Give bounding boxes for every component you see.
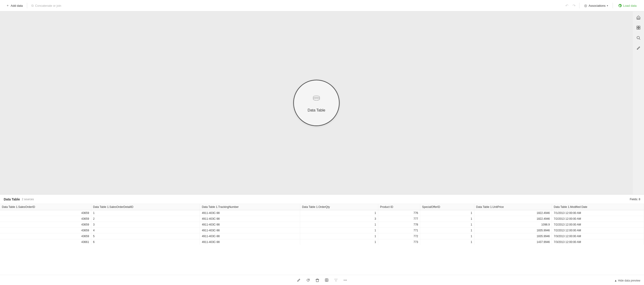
table-cell: 4911-403C-98	[200, 222, 300, 228]
hide-preview-button[interactable]: ▲ Hide data preview	[614, 279, 640, 282]
svg-point-15	[345, 280, 346, 280]
table-cell: 43659	[0, 233, 91, 239]
node-label: Data Table	[308, 108, 325, 112]
load-data-label: Load data	[623, 4, 636, 8]
table-cell: 7/3/2013 12:00:00 AM	[552, 233, 644, 239]
table-cell: 7/3/2013 12:00:00 AM	[552, 239, 644, 245]
grid-icon[interactable]	[634, 24, 642, 32]
col-unitprice: Data Table 1.UnitPrice	[474, 204, 552, 210]
data-table-container[interactable]: Data Table 1.SalesOrderID Data Table 1.S…	[0, 204, 644, 275]
svg-point-16	[346, 280, 347, 280]
pencil-icon[interactable]	[634, 44, 642, 52]
search-icon[interactable]	[634, 34, 642, 42]
data-grid: Data Table 1.SalesOrderID Data Table 1.S…	[0, 204, 644, 245]
hide-preview-label: Hide data preview	[618, 279, 640, 282]
table-cell: 778	[378, 222, 420, 228]
toolbar-divider-3	[613, 3, 613, 8]
table-cell: 1	[300, 239, 378, 245]
table-cell: 7/2/2013 12:00:00 AM	[552, 216, 644, 222]
table-cell: 1437.9946	[474, 239, 552, 245]
split-tool-button[interactable]	[323, 276, 330, 284]
undo-redo-group: ↶ ↷	[564, 2, 577, 9]
table-cell: 2	[91, 216, 200, 222]
node-database-icon	[311, 93, 322, 106]
table-cell: 1	[420, 210, 474, 216]
table-cell: 4911-403C-98	[200, 239, 300, 245]
table-cell: 776	[378, 210, 420, 216]
table-cell: 4911-403C-98	[200, 228, 300, 233]
table-cell: 1	[300, 222, 378, 228]
undo-button[interactable]: ↶	[564, 2, 570, 9]
refresh-tool-button[interactable]	[304, 276, 312, 284]
table-cell: 1	[420, 222, 474, 228]
fields-count: Fields: 8	[630, 198, 640, 201]
bottom-header: Data Table 2 sources Fields: 8	[0, 195, 644, 204]
filter-tool-button[interactable]	[332, 276, 340, 284]
table-cell: 5	[91, 233, 200, 239]
table-cell: 43661	[0, 239, 91, 245]
more-tool-button[interactable]	[342, 276, 349, 284]
table-cell: 1	[420, 239, 474, 245]
table-cell: 43659	[0, 210, 91, 216]
edit-tool-button[interactable]	[295, 276, 302, 284]
table-cell: 1835.9946	[474, 233, 552, 239]
table-cell: 4911-403C-98	[200, 216, 300, 222]
table-row: 4365914911-403C-98177611822.49467/1/2013…	[0, 210, 644, 216]
concatenate-button[interactable]: ⧉ Concatenate or join	[29, 2, 64, 9]
add-data-label: Add data	[11, 4, 23, 8]
col-orderqty: Data Table 1.OrderQty	[300, 204, 378, 210]
associations-label: Associations	[588, 4, 606, 8]
col-modifieddate: Data Table 1.Modified Date	[552, 204, 644, 210]
table-cell: 3	[91, 222, 200, 228]
svg-point-14	[344, 280, 344, 280]
load-data-dot: ▶	[618, 4, 622, 7]
associations-eye-icon: ◎	[584, 4, 587, 8]
data-table-node[interactable]: Data Table	[293, 80, 340, 126]
bottom-title: Data Table	[4, 197, 20, 201]
svg-rect-3	[637, 28, 638, 29]
concatenate-label: Concatenate or join	[35, 4, 61, 8]
table-cell: 771	[378, 228, 420, 233]
table-cell: 1822.4946	[474, 216, 552, 222]
table-cell: 777	[378, 216, 420, 222]
svg-rect-10	[316, 279, 318, 282]
svg-rect-0	[638, 18, 639, 19]
col-productid: Product ID	[378, 204, 420, 210]
table-row: 4365944911-403C-98177111835.99467/2/2013…	[0, 228, 644, 233]
svg-point-5	[637, 37, 640, 39]
toolbar-divider-1	[27, 3, 27, 8]
home-icon[interactable]	[634, 13, 642, 22]
bottom-toolbar: ▲ Hide data preview	[0, 275, 644, 285]
table-cell: 4	[91, 228, 200, 233]
table-cell: 43659	[0, 222, 91, 228]
table-cell: 772	[378, 233, 420, 239]
table-cell: 1835.9946	[474, 228, 552, 233]
table-cell: 1	[300, 233, 378, 239]
table-row: 4365934911-403C-98177811098.97/2/2013 12…	[0, 222, 644, 228]
sources-badge: 2 sources	[22, 198, 34, 201]
table-cell: 1098.9	[474, 222, 552, 228]
svg-line-6	[639, 39, 640, 40]
svg-rect-2	[639, 26, 640, 28]
col-specialofferid: SpecialOfferID	[420, 204, 474, 210]
delete-tool-button[interactable]	[314, 276, 321, 284]
redo-button[interactable]: ↷	[571, 2, 577, 9]
table-row: 4365954911-403C-98177211835.99467/3/2013…	[0, 233, 644, 239]
right-panel	[633, 11, 644, 52]
toolbar-divider-2	[579, 3, 580, 8]
table-header-row: Data Table 1.SalesOrderID Data Table 1.S…	[0, 204, 644, 210]
associations-button[interactable]: ◎ Associations ▾	[581, 2, 611, 9]
table-cell: 1	[300, 210, 378, 216]
col-salesorderdetailid: Data Table 1.SalesOrderDetailID	[91, 204, 200, 210]
table-cell: 3	[300, 216, 378, 222]
table-cell: 773	[378, 239, 420, 245]
concatenate-icon: ⧉	[31, 4, 34, 8]
canvas-area: Data Table	[0, 11, 633, 194]
svg-rect-4	[639, 28, 640, 29]
table-cell: 1	[91, 210, 200, 216]
table-cell: 43659	[0, 228, 91, 233]
table-cell: 43659	[0, 216, 91, 222]
table-cell: 1	[420, 233, 474, 239]
load-data-button[interactable]: ▶ Load data	[615, 2, 640, 9]
add-data-button[interactable]: ＋ Add data	[4, 2, 25, 9]
